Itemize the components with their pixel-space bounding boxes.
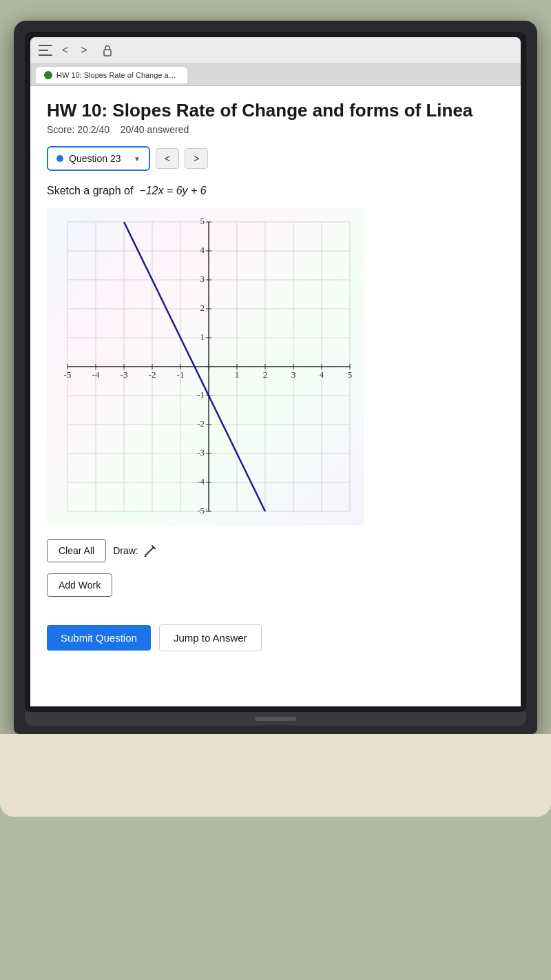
tab-favicon (44, 71, 52, 79)
sidebar-toggle-icon[interactable] (39, 45, 52, 56)
jump-to-answer-button[interactable]: Jump to Answer (159, 624, 262, 651)
active-tab[interactable]: HW 10: Slopes Rate of Change and forms o… (36, 67, 187, 83)
laptop-notch (255, 717, 296, 721)
laptop-base (25, 712, 526, 726)
score-value: Score: 20.2/40 (47, 124, 110, 135)
draw-label-text: Draw: (113, 545, 138, 556)
problem-statement: Sketch a graph of −12x = 6y + 6 (47, 185, 504, 197)
submit-question-button[interactable]: Submit Question (47, 625, 151, 651)
clear-all-button[interactable]: Clear All (47, 539, 106, 562)
pencil-icon (143, 543, 158, 558)
graph-canvas[interactable] (47, 208, 364, 525)
graph-wrapper (47, 208, 364, 525)
next-question-button[interactable]: > (185, 148, 208, 169)
answered-value: 20/40 answered (121, 124, 189, 135)
back-button[interactable]: < (59, 43, 71, 58)
prev-question-button[interactable]: < (156, 148, 179, 169)
instruction-text: Sketch a graph of (47, 185, 133, 196)
desk-surface (0, 734, 551, 817)
equation-text: −12x = 6y + 6 (136, 185, 207, 196)
chevron-down-icon: ▼ (134, 155, 141, 163)
lock-icon (102, 43, 113, 57)
svg-rect-0 (104, 50, 111, 56)
svg-marker-3 (144, 555, 147, 557)
svg-line-1 (145, 547, 154, 555)
forward-button[interactable]: > (78, 43, 90, 58)
page-content: HW 10: Slopes Rate of Change and forms o… (30, 86, 521, 706)
browser-toolbar: < > (30, 37, 521, 64)
question-dropdown[interactable]: Question 23 ▼ (47, 146, 150, 171)
draw-label: Draw: (113, 543, 158, 558)
action-buttons: Submit Question Jump to Answer (47, 624, 504, 651)
score-line: Score: 20.2/40 20/40 answered (47, 124, 504, 135)
question-nav: Question 23 ▼ < > (47, 146, 504, 171)
page-title: HW 10: Slopes Rate of Change and forms o… (47, 100, 504, 121)
question-label: Question 23 (69, 153, 121, 164)
question-dot (56, 155, 63, 162)
graph-controls: Clear All Draw: (47, 539, 504, 562)
tab-bar: HW 10: Slopes Rate of Change and forms o… (30, 64, 521, 86)
add-work-button[interactable]: Add Work (47, 573, 112, 597)
tab-title: HW 10: Slopes Rate of Change and forms o… (56, 71, 179, 79)
